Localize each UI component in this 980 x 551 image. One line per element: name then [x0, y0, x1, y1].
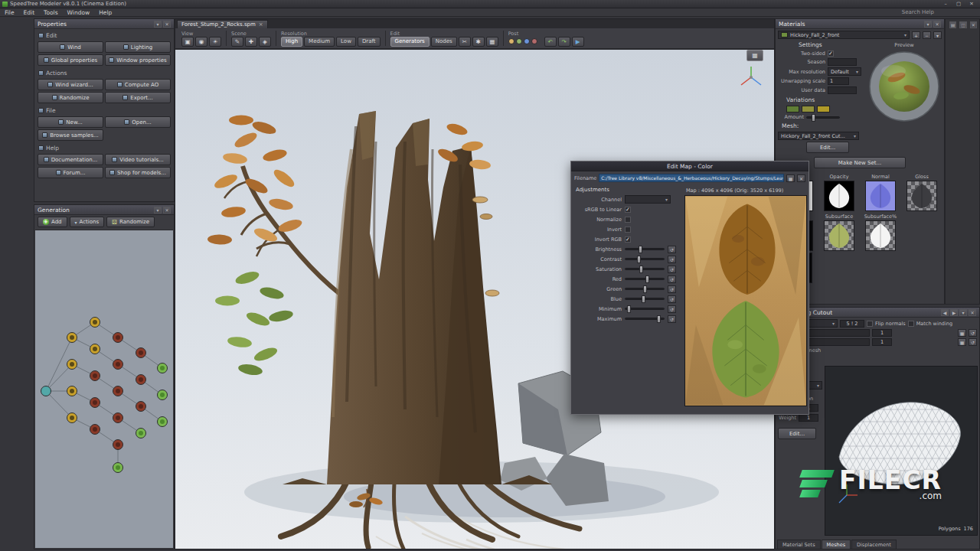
reset-icon[interactable]: ↺	[969, 338, 977, 346]
undo-icon[interactable]: ↶	[544, 37, 557, 47]
browse-samples-button[interactable]: Browse samples...	[38, 129, 103, 141]
dock-split-icon[interactable]: ◫	[959, 21, 966, 28]
user-data-field[interactable]	[828, 86, 857, 94]
invert-checkbox[interactable]	[625, 227, 631, 233]
red-slider[interactable]	[625, 278, 665, 280]
minimum-slider[interactable]	[625, 308, 665, 310]
edit-mesh-button[interactable]: Edit...	[778, 428, 816, 439]
brightness-slider[interactable]	[625, 248, 665, 250]
remove-material-icon[interactable]: −	[923, 31, 931, 39]
season-field[interactable]	[828, 58, 857, 66]
redo-icon[interactable]: ↷	[558, 37, 570, 47]
resolution-medium[interactable]: Medium	[304, 37, 335, 47]
menu-edit[interactable]: Edit	[19, 8, 40, 17]
nodes-toggle-button[interactable]: Nodes	[431, 37, 457, 47]
blue-slider[interactable]	[625, 298, 665, 300]
browse-file-icon[interactable]: ▦	[786, 174, 795, 182]
segment-field[interactable]: 5 ! 2	[840, 320, 864, 328]
material-selector-dropdown[interactable]: Hickory_Fall_2_front ▾	[778, 31, 910, 39]
menu-help[interactable]: Help	[94, 8, 116, 17]
minimize-button[interactable]: –	[939, 1, 952, 8]
next-icon[interactable]: ▶	[950, 309, 958, 316]
unwrapping-scale-field[interactable]: 1	[828, 77, 849, 85]
channel-dropdown[interactable]: ▾	[625, 195, 671, 204]
material-options-icon[interactable]: ▾	[933, 31, 942, 39]
dock-list-icon[interactable]: ▤	[949, 21, 956, 28]
search-help-link[interactable]: Search Help	[902, 9, 934, 15]
export-button[interactable]: Export...	[105, 92, 171, 103]
play-icon[interactable]: ▶	[572, 37, 584, 47]
saturation-slider[interactable]	[625, 268, 665, 270]
resolution-high[interactable]: High	[281, 37, 302, 47]
value-field-2[interactable]: 1	[872, 338, 892, 346]
reset-icon[interactable]: ↺	[668, 266, 676, 273]
generation-node-graph[interactable]	[35, 230, 173, 548]
dock-close-icon[interactable]: ✕	[970, 21, 977, 28]
invert-rgb-checkbox[interactable]: ✓	[625, 236, 631, 243]
prune-icon[interactable]: ✂	[459, 37, 471, 47]
menu-window[interactable]: Window	[63, 8, 95, 17]
edit-scene-icon[interactable]: ✎	[231, 37, 243, 47]
prev-icon[interactable]: ◀	[941, 309, 949, 316]
max-resolution-dropdown[interactable]: Default▾	[828, 67, 861, 76]
randomize-generation-button[interactable]: ⚄Randomize	[106, 217, 155, 227]
display-mode-icon[interactable]: ▣	[181, 37, 194, 47]
tab-displacement[interactable]: Displacement	[851, 540, 897, 549]
documentation-button[interactable]: Documentation...	[38, 154, 103, 165]
post-effect-icon-1[interactable]	[508, 38, 514, 44]
actions-button[interactable]: ▾Actions	[70, 217, 105, 227]
close-panel-icon[interactable]: ✕	[163, 207, 171, 214]
post-effect-icon-4[interactable]	[531, 38, 537, 44]
filename-field[interactable]: C:/Tree Library v8/Miscellaneous_&_Herba…	[599, 174, 784, 182]
generators-toggle-button[interactable]: Generators	[390, 37, 430, 47]
material-ball-icon[interactable]: ◈	[259, 37, 271, 47]
clear-file-icon[interactable]: ✕	[797, 174, 805, 182]
grid-icon[interactable]: ▦	[486, 37, 498, 47]
reset-icon[interactable]: ↺	[668, 295, 676, 303]
reset-icon[interactable]: ↺	[969, 329, 977, 337]
add-object-icon[interactable]: ✚	[245, 37, 257, 47]
normalize-checkbox[interactable]	[625, 217, 631, 223]
tab-material-sets[interactable]: Material Sets	[777, 540, 821, 549]
lighting-button[interactable]: Lighting	[105, 41, 171, 53]
open-button[interactable]: Open...	[105, 116, 171, 128]
add-generator-button[interactable]: +Add	[38, 217, 67, 227]
add-material-icon[interactable]: +	[912, 31, 920, 39]
panel-menu-icon[interactable]: ▾	[959, 309, 967, 316]
reset-icon[interactable]: ↺	[668, 315, 676, 323]
reset-icon[interactable]: ↺	[668, 256, 676, 263]
srgb-to-linear-checkbox[interactable]: ✓	[625, 207, 631, 213]
menu-file[interactable]: File	[0, 8, 19, 17]
value-field-1[interactable]: 1	[872, 329, 892, 337]
weight-field[interactable]: 1	[799, 414, 818, 422]
browse-icon[interactable]: ▦	[958, 338, 966, 346]
browse-icon[interactable]: ▦	[958, 329, 966, 337]
camera-icon[interactable]: ◉	[195, 37, 207, 47]
tab-close-icon[interactable]: ×	[259, 21, 263, 28]
forum-button[interactable]: Forum...	[38, 167, 103, 178]
opacity-map-thumb[interactable]	[824, 181, 854, 211]
reset-icon[interactable]: ↺	[668, 276, 676, 283]
lighting-icon[interactable]: ☀	[209, 37, 221, 47]
green-slider[interactable]	[625, 288, 665, 290]
maximize-button[interactable]: ▢	[952, 1, 965, 8]
reset-icon[interactable]: ↺	[668, 305, 676, 313]
variation-swatch-2[interactable]	[802, 106, 815, 112]
resolution-low[interactable]: Low	[336, 37, 356, 47]
close-panel-icon[interactable]: ✕	[933, 21, 941, 28]
pin-icon[interactable]: ▾	[924, 21, 932, 28]
amount-slider[interactable]	[806, 116, 840, 119]
close-button[interactable]: ✕	[965, 1, 978, 8]
make-new-set-button[interactable]: Make New Set...	[814, 157, 906, 168]
global-properties-button[interactable]: Global properties	[38, 54, 103, 66]
wind-button[interactable]: Wind	[38, 41, 103, 53]
flip-normals-checkbox[interactable]	[867, 321, 873, 327]
view-cube-icon[interactable]: ▦	[746, 50, 763, 61]
tab-meshes[interactable]: Meshes	[822, 540, 851, 549]
shop-models-button[interactable]: Shop for models...	[105, 167, 171, 178]
resolution-draft[interactable]: Draft	[358, 37, 381, 47]
sparkle-icon[interactable]: ✱	[472, 37, 485, 47]
match-winding-checkbox[interactable]	[908, 321, 914, 327]
pin-icon[interactable]: ▾	[154, 21, 162, 28]
compute-ao-button[interactable]: Compute AO	[105, 79, 171, 90]
